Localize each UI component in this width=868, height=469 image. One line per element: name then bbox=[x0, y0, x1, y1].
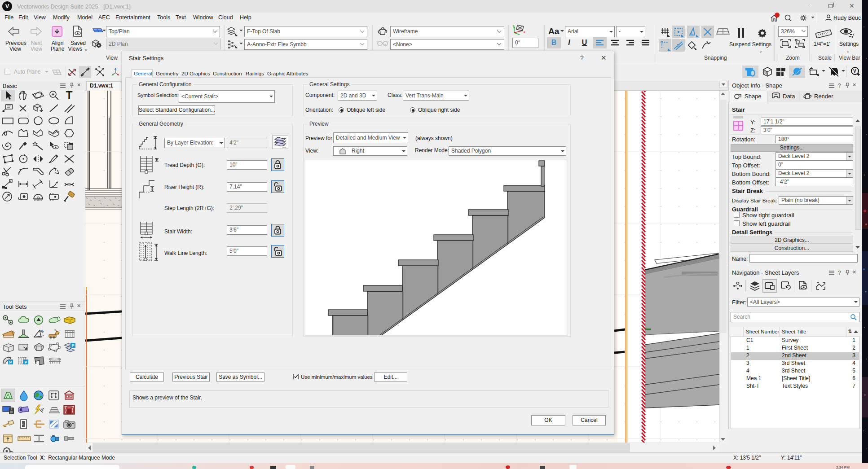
svg-text:ooo: ooo bbox=[282, 146, 286, 149]
svg-text:P: P bbox=[72, 343, 75, 348]
svg-text:P: P bbox=[9, 360, 12, 364]
svg-text:%: % bbox=[40, 329, 44, 333]
svg-text:x: x bbox=[524, 31, 525, 33]
svg-text:V: V bbox=[853, 69, 856, 74]
svg-text:P: P bbox=[25, 360, 27, 364]
